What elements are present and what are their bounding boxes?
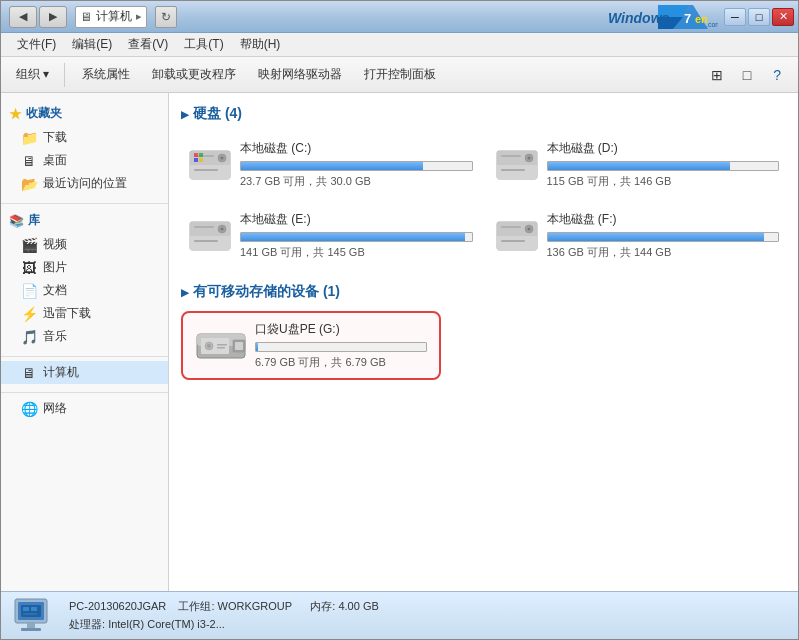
titlebar-left: ◀ ▶ 🖥 计算机 ▸ ↻ — [9, 6, 177, 28]
drive-c[interactable]: 本地磁盘 (C:) 23.7 GB 可用，共 30.0 GB — [181, 133, 480, 196]
drive-e-progress-fill — [241, 233, 465, 241]
refresh-button[interactable]: ↻ — [155, 6, 177, 28]
svg-rect-37 — [501, 226, 521, 228]
sidebar-computer-section: 🖥 计算机 — [1, 361, 168, 384]
download-label: 下载 — [43, 129, 67, 146]
processor-value: Intel(R) Core(TM) i3-2... — [108, 618, 225, 630]
drive-f-size: 136 GB 可用，共 144 GB — [547, 245, 780, 260]
svg-rect-50 — [27, 623, 35, 628]
windows7en-logo: Windows 7 en .com — [598, 3, 718, 31]
sidebar: ★ 收藏夹 📁 下载 🖥 桌面 📂 最近访问的位置 — [1, 93, 169, 591]
sidebar-item-video[interactable]: 🎬 视频 — [1, 233, 168, 256]
removable-section-header: 有可移动存储的设备 (1) — [181, 283, 786, 301]
network-icon: 🌐 — [21, 401, 37, 417]
music-icon: 🎵 — [21, 329, 37, 345]
svg-text:Windows: Windows — [608, 10, 670, 26]
memory-value: 4.00 GB — [338, 600, 378, 612]
sidebar-network-section: 🌐 网络 — [1, 397, 168, 420]
drive-g-progress-fill — [256, 343, 258, 351]
drive-c-progress-fill — [241, 162, 423, 170]
drive-d-progress-fill — [548, 162, 730, 170]
drive-g-progress-bg — [255, 342, 427, 352]
drives-grid: 本地磁盘 (C:) 23.7 GB 可用，共 30.0 GB — [181, 133, 786, 267]
computer-icon: 🖥 — [80, 10, 92, 24]
svg-point-29 — [221, 227, 224, 230]
view-options-button[interactable]: ⊞ — [704, 62, 730, 88]
sidebar-item-picture[interactable]: 🖼 图片 — [1, 256, 168, 279]
menu-view[interactable]: 查看(V) — [120, 33, 176, 56]
drive-f-info: 本地磁盘 (F:) 136 GB 可用，共 144 GB — [547, 211, 780, 260]
sidebar-divider-2 — [1, 356, 168, 357]
removable-section: 有可移动存储的设备 (1) — [181, 283, 786, 380]
svg-rect-54 — [31, 607, 37, 611]
map-drive-button[interactable]: 映射网络驱动器 — [249, 61, 351, 88]
hdd-icon-d — [495, 147, 539, 183]
svg-point-22 — [527, 156, 530, 159]
sidebar-item-network[interactable]: 🌐 网络 — [1, 397, 168, 420]
drive-e-size: 141 GB 可用，共 145 GB — [240, 245, 473, 260]
sidebar-library-header[interactable]: 📚 库 — [1, 208, 168, 233]
sidebar-item-desktop[interactable]: 🖥 桌面 — [1, 149, 168, 172]
system-properties-button[interactable]: 系统属性 — [73, 61, 139, 88]
back-button[interactable]: ◀ — [9, 6, 37, 28]
drive-c-size: 23.7 GB 可用，共 30.0 GB — [240, 174, 473, 189]
minimize-button[interactable]: ─ — [724, 8, 746, 26]
drive-d-name: 本地磁盘 (D:) — [547, 140, 780, 157]
help-button[interactable]: ? — [764, 62, 790, 88]
svg-point-45 — [207, 344, 211, 348]
removable-grid: 口袋U盘PE (G:) 6.79 GB 可用，共 6.79 GB — [181, 311, 786, 380]
svg-rect-27 — [190, 236, 230, 250]
close-button[interactable]: ✕ — [772, 8, 794, 26]
drive-g-size: 6.79 GB 可用，共 6.79 GB — [255, 355, 427, 370]
toolbar-right: ⊞ □ ? — [704, 62, 790, 88]
sidebar-item-document[interactable]: 📄 文档 — [1, 279, 168, 302]
memory-label: 内存: — [310, 600, 335, 612]
drive-g[interactable]: 口袋U盘PE (G:) 6.79 GB 可用，共 6.79 GB — [181, 311, 441, 380]
sidebar-item-thunder[interactable]: ⚡ 迅雷下载 — [1, 302, 168, 325]
svg-rect-9 — [190, 165, 230, 179]
drive-f-progress-bg — [547, 232, 780, 242]
drive-e[interactable]: 本地磁盘 (E:) 141 GB 可用，共 145 GB — [181, 204, 480, 267]
sidebar-item-download[interactable]: 📁 下载 — [1, 126, 168, 149]
document-icon: 📄 — [21, 283, 37, 299]
thunder-label: 迅雷下载 — [43, 305, 91, 322]
hdd-section-header: 硬盘 (4) — [181, 105, 786, 123]
sidebar-item-computer[interactable]: 🖥 计算机 — [1, 361, 168, 384]
menu-file[interactable]: 文件(F) — [9, 33, 64, 56]
svg-rect-30 — [194, 226, 214, 228]
statusbar: PC-20130620JGAR 工作组: WORKGROUP 内存: 4.00 … — [1, 591, 798, 639]
open-control-panel-button[interactable]: 打开控制面板 — [355, 61, 445, 88]
drive-f[interactable]: 本地磁盘 (F:) 136 GB 可用，共 144 GB — [488, 204, 787, 267]
drive-e-progress-bg — [240, 232, 473, 242]
address-bar[interactable]: 🖥 计算机 ▸ — [75, 6, 147, 28]
menu-edit[interactable]: 编辑(E) — [64, 33, 120, 56]
sidebar-item-recent[interactable]: 📂 最近访问的位置 — [1, 172, 168, 195]
drive-d[interactable]: 本地磁盘 (D:) 115 GB 可用，共 146 GB — [488, 133, 787, 196]
computer-label: 计算机 — [43, 364, 79, 381]
forward-button[interactable]: ▶ — [39, 6, 67, 28]
svg-rect-13 — [194, 169, 218, 171]
menu-tools[interactable]: 工具(T) — [176, 33, 231, 56]
titlebar-controls: ─ □ ✕ — [724, 8, 794, 26]
maximize-button[interactable]: □ — [748, 8, 770, 26]
uninstall-button[interactable]: 卸载或更改程序 — [143, 61, 245, 88]
hdd-icon-c — [188, 147, 232, 183]
favorites-label: 收藏夹 — [26, 105, 62, 122]
svg-rect-55 — [23, 613, 37, 615]
svg-rect-47 — [217, 347, 225, 349]
removable-section-label: 有可移动存储的设备 (1) — [193, 283, 340, 301]
content-area: 硬盘 (4) — [169, 93, 798, 591]
picture-icon: 🖼 — [21, 260, 37, 276]
sidebar-favorites-header[interactable]: ★ 收藏夹 — [1, 101, 168, 126]
layout-button[interactable]: □ — [734, 62, 760, 88]
drive-g-name: 口袋U盘PE (G:) — [255, 321, 427, 338]
sidebar-item-music[interactable]: 🎵 音乐 — [1, 325, 168, 348]
drive-d-info: 本地磁盘 (D:) 115 GB 可用，共 146 GB — [547, 140, 780, 189]
organize-button[interactable]: 组织 ▾ — [9, 61, 56, 88]
library-label: 库 — [28, 212, 40, 229]
video-label: 视频 — [43, 236, 67, 253]
svg-rect-16 — [194, 158, 198, 162]
recent-folder-icon: 📂 — [21, 176, 37, 192]
download-folder-icon: 📁 — [21, 130, 37, 146]
menu-help[interactable]: 帮助(H) — [232, 33, 289, 56]
